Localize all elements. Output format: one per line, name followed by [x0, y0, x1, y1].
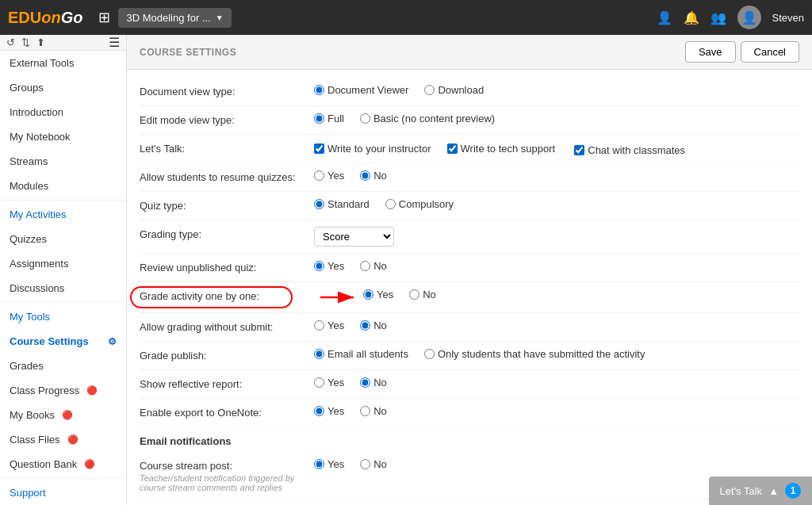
setting-row-quiz-type: Quiz type: Standard Compulsory [140, 192, 799, 220]
cancel-button[interactable]: Cancel [741, 41, 799, 63]
sidebar-label: My Notebook [10, 131, 71, 143]
course-name: 3D Modeling for ... [126, 12, 210, 24]
page-title: COURSE SETTINGS [140, 47, 236, 58]
setting-row-grade-activity-one-by-one: Grade activity one by one: [140, 282, 799, 313]
avatar[interactable]: 👤 [737, 6, 761, 29]
checkbox-write-instructor[interactable]: Write to your instructor [314, 143, 431, 155]
radio-only-submitted[interactable]: Only students that have submitted the ac… [424, 348, 645, 360]
radio-yes[interactable]: Yes [314, 377, 344, 388]
radio-no[interactable]: No [360, 170, 387, 182]
radio-no[interactable]: No [360, 260, 387, 272]
sidebar-section-support: Support [0, 480, 126, 505]
sidebar-item-class-files[interactable]: Class Files 🔴 [0, 427, 126, 452]
sidebar-label: Course Settings [10, 335, 89, 347]
upload-icon[interactable]: ⬆ [36, 36, 45, 48]
sidebar-label: My Books [10, 409, 55, 421]
sidebar-item-my-notebook[interactable]: My Notebook [0, 124, 126, 149]
setting-controls: Email all students Only students that ha… [314, 348, 799, 360]
radio-document-viewer[interactable]: Document Viewer [314, 84, 408, 96]
course-dropdown[interactable]: 3D Modeling for ... ▼ [118, 8, 231, 28]
setting-controls: Yes No [314, 405, 799, 417]
users-icon[interactable]: 👥 [710, 10, 726, 25]
sidebar-item-course-settings[interactable]: Course Settings ⚙ [0, 329, 126, 354]
sidebar-item-discussions[interactable]: Discussions [0, 276, 126, 300]
sidebar-item-external-tools[interactable]: External Tools [0, 51, 126, 75]
setting-row-lets-talk: Let's Talk: Write to your instructor Wri… [140, 135, 799, 163]
setting-label: Show reflective report: [140, 377, 314, 390]
sidebar-label: Modules [10, 180, 48, 192]
setting-row-grade-publish: Grade publish: Email all students Only s… [140, 342, 799, 370]
checkbox-write-tech[interactable]: Write to tech support [447, 143, 556, 155]
radio-yes[interactable]: Yes [363, 289, 393, 300]
refresh-icon[interactable]: ↺ [6, 36, 15, 48]
content-header: COURSE SETTINGS Save Cancel [127, 35, 812, 70]
setting-label: Grading type: [140, 227, 314, 240]
sidebar-item-groups[interactable]: Groups [0, 75, 126, 100]
sidebar-label: External Tools [10, 57, 74, 69]
sort-icon[interactable]: ⇅ [21, 36, 30, 48]
sidebar-item-question-bank[interactable]: Question Bank 🔴 [0, 452, 126, 476]
setting-controls: Yes No [314, 377, 799, 388]
setting-controls: Standard Compulsory [314, 198, 799, 210]
sidebar-item-class-progress[interactable]: Class Progress 🔴 [0, 378, 126, 403]
radio-email-all[interactable]: Email all students [314, 348, 408, 360]
menu-icon[interactable]: ☰ [109, 35, 120, 50]
settings-icon: ⚙ [108, 336, 117, 347]
sidebar-item-assignments[interactable]: Assignments [0, 251, 126, 276]
red-arrow-icon [319, 289, 358, 306]
sidebar-item-streams[interactable]: Streams [0, 149, 126, 174]
radio-no[interactable]: No [360, 458, 387, 470]
person-icon[interactable]: 👤 [657, 10, 672, 25]
sidebar-item-modules[interactable]: Modules [0, 174, 126, 198]
setting-controls: Write to your instructor Write to tech s… [314, 141, 799, 156]
radio-yes[interactable]: Yes [314, 458, 344, 470]
radio-compulsory[interactable]: Compulsory [385, 198, 454, 210]
setting-label: Allow students to resume quizzes: [140, 170, 314, 183]
checkbox-chat-classmates[interactable]: Chat with classmates [574, 144, 685, 156]
radio-no[interactable]: No [360, 377, 387, 388]
grid-icon[interactable]: ⊞ [98, 9, 110, 26]
setting-controls: Yes No [314, 319, 799, 331]
radio-no[interactable]: No [360, 319, 387, 331]
setting-label: Document view type: [140, 84, 314, 98]
setting-label: Course stream post: Teacher/student noti… [140, 458, 314, 492]
radio-basic[interactable]: Basic (no content preview) [360, 113, 495, 124]
content-area: COURSE SETTINGS Save Cancel Document vie… [127, 35, 812, 505]
radio-yes[interactable]: Yes [314, 260, 344, 272]
setting-row-course-stream-post: Course stream post: Teacher/student noti… [140, 452, 799, 499]
sidebar-item-quizzes[interactable]: Quizzes [0, 227, 126, 251]
grading-type-select[interactable]: Score Grade Percentage [314, 227, 394, 247]
sidebar-toolbar: ↺ ⇅ ⬆ ☰ [0, 35, 126, 51]
sidebar-section-my-activities: My Activities [0, 202, 126, 227]
sidebar-label: Class Files [10, 434, 60, 446]
dropdown-arrow-icon: ▼ [216, 13, 224, 22]
setting-row-grading-type: Grading type: Score Grade Percentage [140, 220, 799, 254]
sidebar-section-my-tools: My Tools [0, 304, 126, 329]
radio-standard[interactable]: Standard [314, 198, 370, 210]
bell-icon[interactable]: 🔔 [684, 10, 699, 25]
setting-controls: Score Grade Percentage [314, 227, 799, 247]
radio-full[interactable]: Full [314, 113, 344, 124]
sidebar-label: Question Bank [10, 458, 77, 470]
radio-yes[interactable]: Yes [314, 319, 344, 331]
user-name: Steven [772, 12, 804, 24]
setting-row-resume-quizzes: Allow students to resume quizzes: Yes No [140, 163, 799, 192]
email-notifications-heading: Email notifications [140, 427, 799, 452]
setting-row-review-unpublished: Review unpublished quiz: Yes No [140, 254, 799, 282]
sidebar-label: Groups [10, 82, 44, 94]
radio-no[interactable]: No [360, 405, 387, 417]
setting-label: Quiz type: [140, 198, 314, 212]
sidebar-label: Grades [10, 360, 44, 372]
radio-yes[interactable]: Yes [314, 405, 344, 417]
sidebar-item-grades[interactable]: Grades [0, 354, 126, 378]
radio-download[interactable]: Download [424, 84, 484, 96]
sidebar-item-introduction[interactable]: Introduction [0, 100, 126, 124]
setting-label: Review unpublished quiz: [140, 260, 314, 274]
setting-label: Enable export to OneNote: [140, 405, 314, 419]
radio-no[interactable]: No [409, 289, 436, 300]
save-button[interactable]: Save [685, 41, 736, 63]
setting-row-export-onenote: Enable export to OneNote: Yes No [140, 399, 799, 427]
letstalk-bar[interactable]: Let's Talk ▲ 1 [709, 476, 812, 505]
sidebar-item-my-books[interactable]: My Books 🔴 [0, 403, 126, 427]
radio-yes[interactable]: Yes [314, 170, 344, 182]
